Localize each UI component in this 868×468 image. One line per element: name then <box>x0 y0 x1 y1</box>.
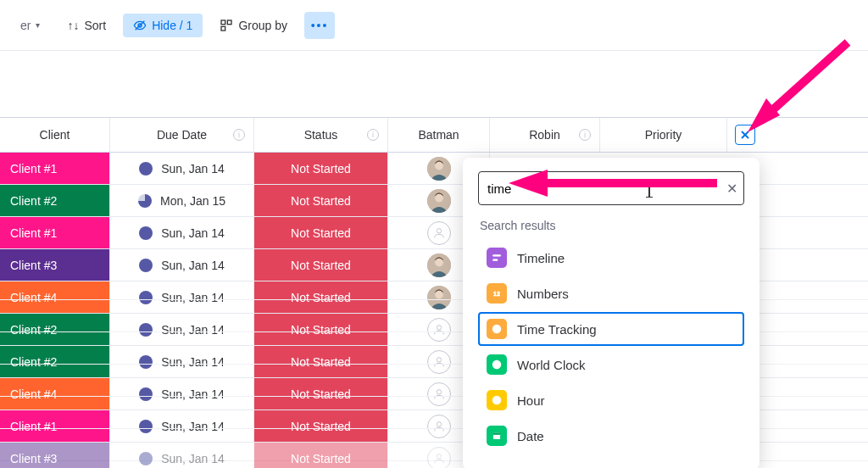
timeline-dot-icon <box>138 194 152 208</box>
results-heading: Search results <box>480 219 744 232</box>
more-options-button[interactable]: ••• <box>304 12 335 39</box>
status-cell[interactable]: Not Started <box>254 153 388 184</box>
column-header-status[interactable]: Statusi <box>254 118 388 152</box>
info-icon[interactable]: i <box>233 129 245 141</box>
hide-label: Hide / 1 <box>152 19 192 32</box>
client-cell[interactable]: Client #1 <box>0 217 110 248</box>
due-date-cell[interactable]: Sun, Jan 14 <box>110 217 254 248</box>
status-cell[interactable]: Not Started <box>254 443 388 468</box>
globe-icon <box>487 354 507 375</box>
client-cell[interactable]: Client #3 <box>0 443 110 468</box>
svg-rect-3 <box>228 20 232 25</box>
results-list: Timeline 12 Numbers Time Tracking World … <box>478 241 744 453</box>
timeline-dot-icon <box>139 162 153 176</box>
due-date-text: Mon, Jan 15 <box>160 194 225 208</box>
svg-rect-2 <box>221 20 225 25</box>
result-label: Time Tracking <box>517 322 597 337</box>
group-label: Group by <box>238 19 287 32</box>
svg-point-11 <box>437 228 441 232</box>
hide-button[interactable]: Hide / 1 <box>123 14 203 37</box>
search-box[interactable]: ✕ <box>478 171 744 205</box>
close-icon <box>740 130 750 140</box>
text-cursor-icon <box>648 180 650 197</box>
svg-rect-21 <box>492 255 500 257</box>
svg-line-31 <box>763 42 848 119</box>
svg-rect-4 <box>221 26 225 31</box>
result-label: World Clock <box>517 358 586 372</box>
hour-icon <box>487 390 507 410</box>
search-input[interactable] <box>487 181 648 196</box>
status-cell[interactable]: Not Started <box>254 185 388 216</box>
result-item-date[interactable]: Date <box>478 419 744 453</box>
svg-rect-22 <box>492 259 498 261</box>
client-cell[interactable]: Client #1 <box>0 153 110 184</box>
sort-button[interactable]: ↑↓ Sort <box>57 14 116 37</box>
avatar-empty-icon <box>427 221 451 245</box>
clear-search-button[interactable]: ✕ <box>726 181 737 197</box>
column-type-popup: ✕ Search results Timeline 12 Numbers Tim… <box>463 158 760 468</box>
column-header-robin[interactable]: Robini <box>490 118 600 152</box>
result-item-time-tracking[interactable]: Time Tracking <box>478 312 744 346</box>
clock-icon <box>487 319 507 339</box>
svg-rect-30 <box>493 433 500 435</box>
avatar-empty-icon <box>427 447 451 469</box>
column-header-batman[interactable]: Batman <box>388 118 490 152</box>
column-header-priority[interactable]: Priority <box>600 118 727 152</box>
sort-icon: ↑↓ <box>67 19 79 32</box>
status-cell[interactable]: Not Started <box>254 217 388 248</box>
due-date-text: Sun, Jan 14 <box>161 162 225 176</box>
group-by-button[interactable]: Group by <box>209 14 298 37</box>
filter-label: er <box>20 19 31 32</box>
result-item-numbers[interactable]: 12 Numbers <box>478 276 744 310</box>
result-item-timeline[interactable]: Timeline <box>478 241 744 275</box>
avatar <box>427 157 451 181</box>
filter-dropdown-truncated[interactable]: er ▾ <box>10 14 50 37</box>
due-date-cell[interactable]: Sun, Jan 14 <box>110 443 254 468</box>
svg-point-13 <box>435 258 443 266</box>
due-date-cell[interactable]: Mon, Jan 15 <box>110 185 254 216</box>
result-label: Timeline <box>517 251 565 265</box>
svg-point-20 <box>437 454 441 458</box>
toolbar: er ▾ ↑↓ Sort Hide / 1 Group by ••• <box>0 0 868 51</box>
info-icon[interactable]: i <box>367 129 379 141</box>
dots-icon: ••• <box>311 19 329 32</box>
table-header: Client Due Datei Statusi Batman Robini P… <box>0 117 868 153</box>
client-cell[interactable]: Client #2 <box>0 185 110 216</box>
due-date-text: Sun, Jan 14 <box>161 452 225 465</box>
result-label: Hour <box>517 393 545 408</box>
due-date-text: Sun, Jan 14 <box>161 226 225 240</box>
result-label: Numbers <box>517 287 569 301</box>
column-header-client[interactable]: Client <box>0 118 110 152</box>
svg-point-8 <box>435 161 443 170</box>
timeline-dot-icon <box>139 452 153 465</box>
add-column-close-button[interactable] <box>735 125 755 145</box>
eye-off-icon <box>133 19 147 32</box>
due-date-cell[interactable]: Sun, Jan 14 <box>110 153 254 184</box>
timeline-dot-icon <box>139 226 153 240</box>
column-header-due-date[interactable]: Due Datei <box>110 118 254 152</box>
add-column-cell <box>727 118 763 152</box>
timeline-icon <box>487 248 507 268</box>
calendar-icon <box>487 426 507 446</box>
result-item-world-clock[interactable]: World Clock <box>478 348 744 382</box>
numbers-icon: 12 <box>487 283 507 304</box>
sort-label: Sort <box>84 19 106 32</box>
result-label: Date <box>517 429 544 443</box>
svg-point-10 <box>435 193 443 202</box>
svg-text:12: 12 <box>493 291 500 297</box>
group-icon <box>220 19 233 32</box>
avatar <box>427 189 451 213</box>
result-item-hour[interactable]: Hour <box>478 383 744 417</box>
chevron-down-icon: ▾ <box>36 20 40 30</box>
info-icon[interactable]: i <box>579 129 591 141</box>
